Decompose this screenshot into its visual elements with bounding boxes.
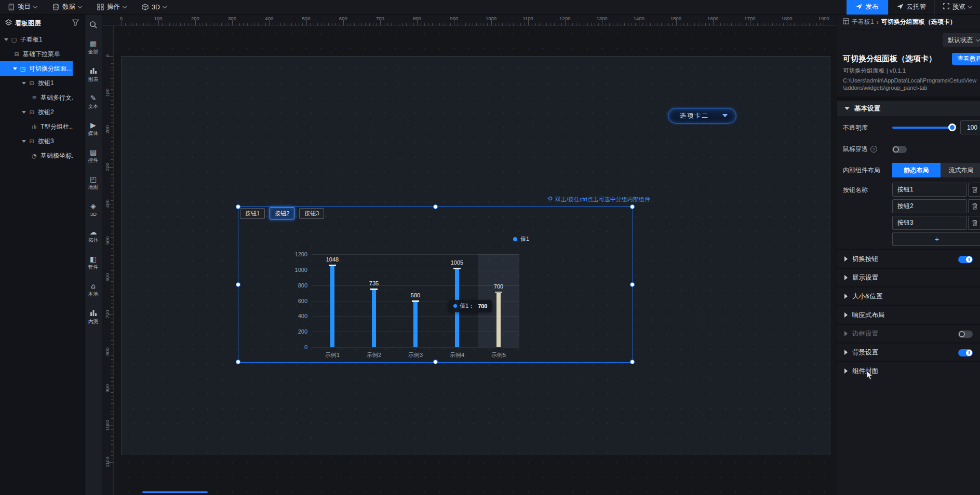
ruler-tick xyxy=(111,433,113,433)
caret-expanded-icon[interactable] xyxy=(22,140,26,143)
ruler-tick xyxy=(111,134,113,134)
ruler-label: 1600 xyxy=(706,16,720,21)
preview-button[interactable]: 预览 xyxy=(934,0,980,15)
layer-tree-item[interactable]: ≡基础多行文... xyxy=(0,90,73,105)
layer-tree-item[interactable]: ◔基础极坐标... xyxy=(0,148,73,163)
widget-category-suite[interactable]: ◧套件 xyxy=(85,255,102,271)
cloud-hosting-button[interactable]: 云托管 xyxy=(888,0,935,15)
ruler-tick xyxy=(624,23,625,25)
trash-icon-button[interactable] xyxy=(968,199,980,213)
selection-handle[interactable] xyxy=(630,360,635,364)
state-selector-button[interactable]: 默认状态 xyxy=(943,33,980,47)
section-toggle[interactable] xyxy=(958,331,973,338)
section-组件封面[interactable]: 组件封面 xyxy=(837,361,980,380)
layout-option-static[interactable]: 静态布局 xyxy=(892,163,941,177)
ruler-tick xyxy=(225,23,225,25)
opacity-value-input[interactable]: 100 xyxy=(960,120,980,134)
caret-expanded-icon[interactable] xyxy=(22,111,26,114)
chart-bar[interactable] xyxy=(330,266,334,347)
section-背景设置[interactable]: 背景设置 xyxy=(837,342,980,361)
ruler-tick xyxy=(111,418,113,419)
caret-expanded-icon[interactable] xyxy=(13,67,17,70)
section-大小&位置[interactable]: 大小&位置 xyxy=(837,286,980,305)
menu-ops[interactable]: 操作 xyxy=(89,0,134,15)
section-toggle[interactable] xyxy=(958,256,973,263)
app-root: 项目数据操作3D 发布 云托管 预览 看板图层 ▢子看板1⊟基础下拉菜单◳可切换… xyxy=(0,0,980,495)
widget-category-map[interactable]: ◰地图 xyxy=(85,175,102,191)
dropdown-menu-component[interactable]: 选项卡二 xyxy=(668,108,736,123)
layer-tree-item[interactable]: ılıT型分组柱... xyxy=(0,119,73,134)
ruler-tick xyxy=(111,444,113,445)
widget-category-text[interactable]: ✎文本 xyxy=(85,94,102,110)
ruler-tick xyxy=(111,370,113,370)
widget-category-media[interactable]: ▶媒体 xyxy=(85,121,102,137)
ruler-tick xyxy=(111,252,113,252)
horizontal-scrollbar[interactable] xyxy=(142,491,208,493)
menu-3d[interactable]: 3D xyxy=(134,0,174,15)
section-边框设置[interactable]: 边框设置 xyxy=(837,324,980,342)
widget-category-topology[interactable]: ☁拓扑 xyxy=(85,228,102,244)
mouse-through-toggle[interactable] xyxy=(892,146,907,153)
trash-icon-button[interactable] xyxy=(968,183,980,197)
menu-project[interactable]: 项目 xyxy=(0,0,45,15)
section-展示设置[interactable]: 展示设置 xyxy=(837,268,980,286)
button-name-input-2[interactable]: 按钮2 xyxy=(892,199,967,213)
section-切换按钮[interactable]: 切换按钮 xyxy=(837,249,980,268)
canvas-viewport[interactable]: 选项卡二 双击/按住ctrl点击可选中分组内部组件 按钮1按钮2按钮3 0200… xyxy=(102,15,837,495)
layer-tree-item[interactable]: ◳可切换分组面... xyxy=(0,61,73,76)
layer-tree-item[interactable]: ⊟基础下拉菜单 xyxy=(0,47,73,61)
widget-category-beta[interactable]: 内测 xyxy=(85,309,102,325)
widget-category-controls[interactable]: ▤控件 xyxy=(85,148,102,164)
layer-tree-item[interactable]: ▢子看板1 xyxy=(0,32,73,47)
selection-handle[interactable] xyxy=(433,204,438,209)
layer-tree-item[interactable]: ⊡按钮1 xyxy=(0,76,73,90)
component-selection-box[interactable] xyxy=(238,207,633,363)
opacity-slider[interactable] xyxy=(892,127,952,129)
selection-handle[interactable] xyxy=(630,204,635,209)
layer-tree-item[interactable]: ⊡按钮3 xyxy=(0,134,73,148)
button-name-input-3[interactable]: 按钮3 xyxy=(892,216,967,230)
selection-handle[interactable] xyxy=(236,360,240,364)
widget-category-3d[interactable]: ◈3D xyxy=(85,202,102,217)
selection-handle[interactable] xyxy=(236,282,240,287)
button-name-rows: 按钮1按钮2按钮3 xyxy=(837,182,980,231)
ruler-tick xyxy=(813,23,813,25)
ruler-tick xyxy=(111,348,113,348)
ruler-tick xyxy=(598,23,599,25)
section-label: 背景设置 xyxy=(852,348,878,357)
filter-icon[interactable] xyxy=(72,19,79,28)
chart-legend[interactable]: 值1 xyxy=(513,235,529,243)
section-toggle[interactable] xyxy=(958,349,973,356)
button-name-input-1[interactable]: 按钮1 xyxy=(892,183,967,197)
section-响应式布局[interactable]: 响应式布局 xyxy=(837,305,980,324)
help-icon[interactable]: ? xyxy=(870,146,877,153)
canvas-tab-button-1[interactable]: 按钮1 xyxy=(240,208,265,219)
layout-option-flow[interactable]: 流式布局 xyxy=(941,163,980,177)
ruler-tick xyxy=(206,23,207,25)
tutorial-badge-button[interactable]: 查看教程 xyxy=(952,53,980,65)
selection-handle[interactable] xyxy=(433,360,438,364)
ruler-tick xyxy=(111,374,113,374)
canvas-tab-button-2[interactable]: 按钮2 xyxy=(270,207,294,219)
trash-icon-button[interactable] xyxy=(968,216,980,230)
widget-category-charts[interactable]: 图表 xyxy=(85,67,102,83)
ruler-tick xyxy=(111,429,113,430)
breadcrumb[interactable]: 子看板1 › 可切换分组面板（选项卡） xyxy=(837,15,980,30)
chart-bar[interactable] xyxy=(413,302,418,347)
widget-category-local[interactable]: ⌂本地 xyxy=(85,282,102,298)
canvas-tab-button-3[interactable]: 按钮3 xyxy=(299,208,324,219)
opacity-slider-knob[interactable] xyxy=(948,123,956,131)
caret-expanded-icon[interactable] xyxy=(4,38,8,41)
widget-category-all[interactable]: ▦全部 xyxy=(85,40,102,56)
caret-expanded-icon[interactable] xyxy=(22,82,26,85)
menu-data[interactable]: 数据 xyxy=(45,0,89,15)
chart-bar[interactable] xyxy=(496,293,501,347)
chart-bar[interactable] xyxy=(372,290,376,347)
selection-handle[interactable] xyxy=(630,282,635,287)
add-button[interactable]: + xyxy=(892,232,980,246)
breadcrumb-parent[interactable]: 子看板1 xyxy=(852,18,874,26)
section-basic-settings[interactable]: 基本设置 xyxy=(837,101,980,116)
layer-tree-item[interactable]: ⊡按钮2 xyxy=(0,105,73,119)
search-icon[interactable] xyxy=(85,15,102,29)
publish-button[interactable]: 发布 xyxy=(847,0,888,15)
